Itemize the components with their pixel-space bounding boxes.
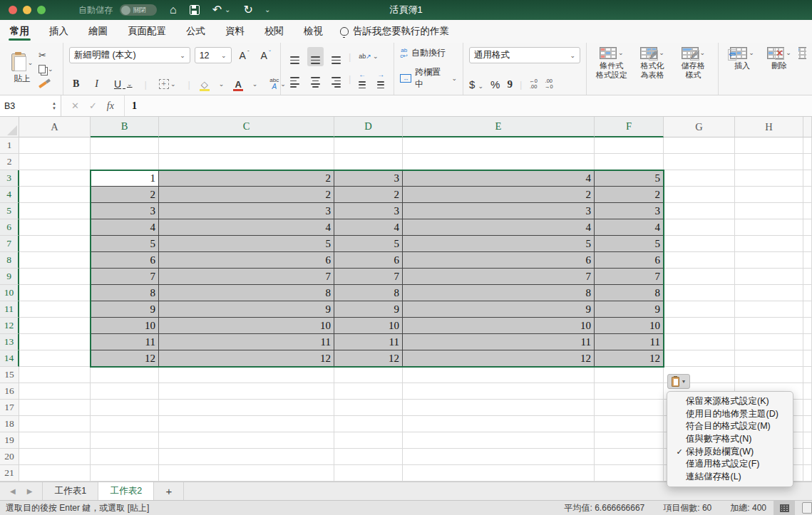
cell-C14[interactable]: 12 [159, 350, 334, 367]
cell-H15[interactable] [735, 367, 803, 383]
align-right-button[interactable] [328, 68, 344, 90]
cell-B12[interactable]: 10 [91, 318, 159, 334]
cell-F7[interactable]: 5 [595, 236, 664, 252]
cell-E6[interactable]: 4 [403, 219, 595, 236]
row-header-1[interactable]: 1 [0, 137, 19, 154]
row-header-7[interactable]: 7 [0, 236, 19, 252]
cell-G5[interactable] [664, 203, 735, 219]
increase-decimal-button[interactable]: ←0.00 [529, 78, 538, 90]
cell-A9[interactable] [19, 269, 91, 285]
cell-F14[interactable]: 12 [595, 350, 664, 367]
bold-button[interactable]: B [69, 78, 83, 90]
cell-A19[interactable] [19, 432, 91, 449]
insert-function-icon[interactable]: fx [107, 100, 114, 112]
fill-color-chevron-icon[interactable]: ⌄ [219, 80, 225, 88]
cut-button[interactable]: ✂ [38, 48, 53, 61]
row-header-21[interactable]: 21 [0, 465, 19, 482]
cell-B18[interactable] [91, 416, 159, 432]
row-header-15[interactable]: 15 [0, 367, 19, 383]
cell-H10[interactable] [735, 285, 803, 301]
cell-G9[interactable] [664, 269, 735, 285]
cell-D15[interactable] [334, 367, 403, 383]
cell-B10[interactable]: 8 [91, 285, 159, 301]
cell-B9[interactable]: 7 [91, 269, 159, 285]
increase-indent-button[interactable]: → [374, 66, 388, 92]
copy-button[interactable]: ⌄ [38, 63, 53, 76]
cell-B14[interactable]: 12 [91, 350, 159, 367]
cell-G13[interactable] [664, 334, 735, 350]
autosave-toggle[interactable]: 關閉 [120, 4, 157, 16]
cell-C11[interactable]: 9 [159, 301, 334, 318]
column-header-B[interactable]: B [91, 117, 159, 137]
cell-H6[interactable] [735, 219, 803, 236]
cell-G10[interactable] [664, 285, 735, 301]
name-box-stepper[interactable]: ▲▼ [52, 101, 56, 110]
undo-chevron-icon[interactable]: ⌄ [225, 6, 230, 14]
redo-icon[interactable]: ↻ [243, 4, 252, 16]
row-header-6[interactable]: 6 [0, 219, 19, 236]
cell-edge21[interactable] [803, 465, 812, 482]
cell-D12[interactable]: 10 [334, 318, 403, 334]
cell-A21[interactable] [19, 465, 91, 482]
cell-F11[interactable]: 9 [595, 301, 664, 318]
row-header-3[interactable]: 3 [0, 170, 19, 187]
cell-E12[interactable]: 10 [403, 318, 595, 334]
cell-H11[interactable] [735, 301, 803, 318]
cell-E20[interactable] [403, 449, 595, 465]
cell-A1[interactable] [19, 137, 91, 154]
cell-G14[interactable] [664, 350, 735, 367]
paste-menu-item-0[interactable]: 保留來源格式設定(K) [667, 395, 793, 408]
decrease-indent-button[interactable]: ← [355, 66, 369, 92]
column-header-edge[interactable] [803, 117, 812, 137]
cell-F4[interactable]: 2 [595, 187, 664, 203]
cell-E1[interactable] [403, 137, 595, 154]
cell-A18[interactable] [19, 416, 91, 432]
cell-E13[interactable]: 11 [403, 334, 595, 350]
row-header-5[interactable]: 5 [0, 203, 19, 219]
cell-D11[interactable]: 9 [334, 301, 403, 318]
undo-icon[interactable]: ↶ [212, 4, 222, 16]
font-name-combo[interactable]: 新細明體 (本文)⌄ [69, 47, 190, 63]
cell-H2[interactable] [735, 154, 803, 170]
format-as-table-button[interactable]: 🖉⌄ 格式化 為表格 [633, 47, 671, 90]
cell-D8[interactable]: 6 [334, 252, 403, 269]
save-icon[interactable] [190, 5, 200, 15]
row-header-19[interactable]: 19 [0, 432, 19, 449]
cell-E10[interactable]: 8 [403, 285, 595, 301]
cell-E4[interactable]: 2 [403, 187, 595, 203]
cell-A3[interactable] [19, 170, 91, 187]
column-header-H[interactable]: H [735, 117, 803, 137]
cell-H13[interactable] [735, 334, 803, 350]
cell-B20[interactable] [91, 449, 159, 465]
cell-C1[interactable] [159, 137, 334, 154]
cell-E15[interactable] [403, 367, 595, 383]
cell-edge6[interactable] [803, 219, 812, 236]
cell-D21[interactable] [334, 465, 403, 482]
cell-B8[interactable]: 6 [91, 252, 159, 269]
column-header-A[interactable]: A [19, 117, 91, 137]
cell-A11[interactable] [19, 301, 91, 318]
cell-C21[interactable] [159, 465, 334, 482]
cell-G6[interactable] [664, 219, 735, 236]
paste-button[interactable]: ⌄ 貼上 [6, 47, 38, 90]
cell-D13[interactable]: 11 [334, 334, 403, 350]
cell-edge8[interactable] [803, 252, 812, 269]
number-format-combo[interactable]: 通用格式⌄ [469, 47, 580, 63]
cell-D18[interactable] [334, 416, 403, 432]
row-header-11[interactable]: 11 [0, 301, 19, 318]
tell-me-box[interactable]: 告訴我您要執行的作業 [340, 25, 449, 38]
cell-B1[interactable] [91, 137, 159, 154]
cell-B19[interactable] [91, 432, 159, 449]
cell-D3[interactable]: 3 [334, 170, 403, 187]
column-header-F[interactable]: F [595, 117, 664, 137]
cell-C13[interactable]: 11 [159, 334, 334, 350]
cell-A15[interactable] [19, 367, 91, 383]
cell-F20[interactable] [595, 449, 664, 465]
cell-B7[interactable]: 5 [91, 236, 159, 252]
cell-E8[interactable]: 6 [403, 252, 595, 269]
italic-button[interactable]: I [91, 78, 102, 90]
cell-A8[interactable] [19, 252, 91, 269]
orientation-button[interactable]: ab↗⌄ [355, 53, 381, 60]
decrease-decimal-button[interactable]: .00→0 [545, 78, 553, 90]
cell-E17[interactable] [403, 400, 595, 416]
